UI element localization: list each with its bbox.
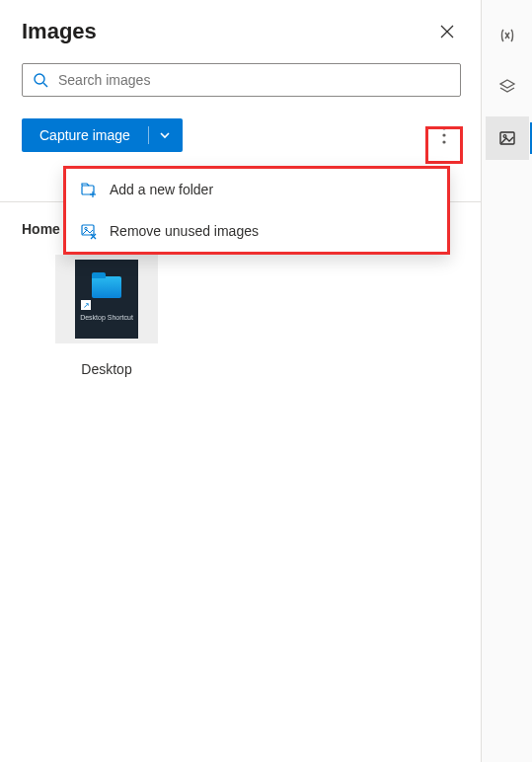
svg-point-2 — [35, 74, 44, 84]
svg-rect-7 — [82, 186, 94, 194]
svg-marker-16 — [500, 80, 514, 88]
shortcut-badge-icon: ↗ — [81, 300, 91, 310]
svg-point-4 — [442, 126, 445, 129]
add-folder-icon — [80, 181, 98, 198]
more-actions-button[interactable] — [427, 118, 461, 152]
capture-image-chevron[interactable] — [153, 129, 183, 141]
search-icon — [33, 72, 48, 88]
image-item-label: Desktop — [55, 361, 158, 377]
panel-title: Images — [22, 19, 97, 44]
search-input[interactable] — [56, 71, 450, 89]
panel-header: Images — [22, 18, 461, 45]
rail-variables-button[interactable] — [486, 14, 529, 57]
svg-line-3 — [43, 83, 47, 87]
rail-ui-elements-button[interactable] — [486, 65, 529, 109]
capture-image-button[interactable]: Capture image — [22, 118, 183, 152]
svg-point-11 — [85, 227, 87, 229]
breadcrumb[interactable]: Home — [22, 221, 60, 237]
svg-point-5 — [442, 133, 445, 136]
rail-images-button[interactable] — [486, 116, 529, 160]
menu-item-label: Remove unused images — [110, 223, 259, 239]
images-grid: ↗ Desktop Shortcut Desktop — [55, 255, 158, 377]
variables-icon — [497, 26, 517, 45]
image-item[interactable]: ↗ Desktop Shortcut Desktop — [55, 255, 158, 377]
button-divider — [148, 126, 149, 144]
folder-icon — [92, 276, 121, 298]
thumbnail-preview: ↗ Desktop Shortcut — [75, 260, 138, 339]
close-button[interactable] — [433, 18, 461, 45]
images-panel: Images Capture image — [0, 0, 481, 762]
chevron-down-icon — [159, 129, 171, 141]
right-rail — [481, 0, 532, 762]
more-vertical-icon — [442, 126, 446, 144]
menu-item-label: Add a new folder — [110, 182, 213, 197]
layers-icon — [497, 77, 517, 97]
search-box[interactable] — [22, 63, 461, 97]
image-icon — [497, 128, 517, 148]
close-icon — [440, 25, 454, 38]
menu-item-remove-unused[interactable]: Remove unused images — [66, 210, 447, 252]
capture-image-label: Capture image — [22, 127, 144, 143]
menu-item-add-folder[interactable]: Add a new folder — [66, 169, 447, 210]
action-row: Capture image — [22, 118, 461, 152]
svg-point-6 — [442, 140, 445, 143]
remove-image-icon — [80, 222, 98, 240]
more-actions-menu: Add a new folder Remove unused images — [63, 166, 450, 255]
svg-point-18 — [503, 135, 506, 138]
thumbnail-caption: Desktop Shortcut — [80, 314, 133, 322]
image-thumbnail[interactable]: ↗ Desktop Shortcut — [55, 255, 158, 343]
